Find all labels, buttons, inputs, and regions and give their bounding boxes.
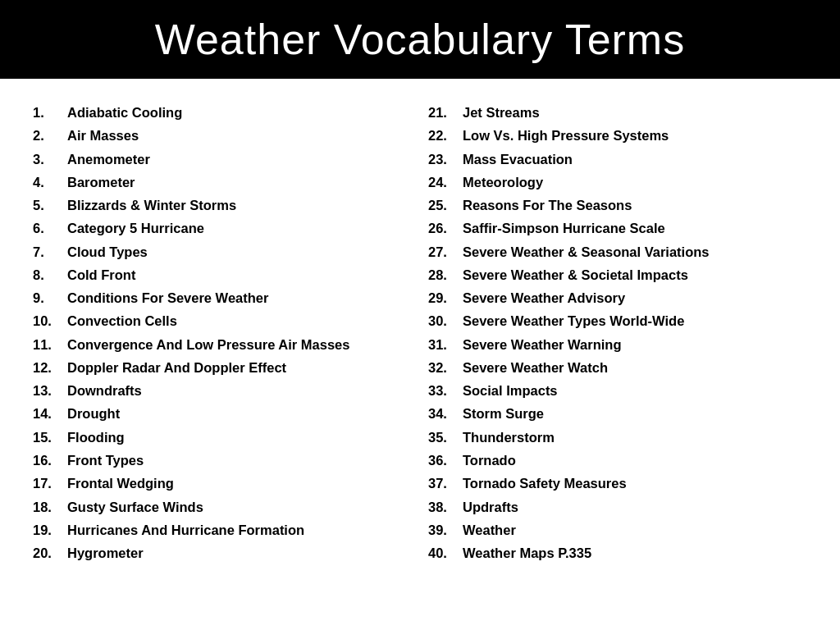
item-text: Severe Weather Watch	[463, 358, 807, 377]
list-item: 22.Low Vs. High Pressure Systems	[428, 126, 807, 144]
item-text: Jet Streams	[463, 103, 807, 121]
right-column: 21.Jet Streams22.Low Vs. High Pressure S…	[428, 103, 807, 567]
item-text: Conditions For Severe Weather	[67, 289, 412, 307]
item-text: Storm Surge	[463, 404, 807, 422]
item-number: 5.	[33, 196, 67, 214]
item-number: 27.	[428, 243, 463, 261]
item-number: 14.	[33, 404, 67, 422]
item-text: Severe Weather Types World-Wide	[463, 312, 807, 330]
list-item: 23.Mass Evacuation	[428, 150, 807, 168]
page-header: Weather Vocabulary Terms	[0, 0, 840, 79]
item-text: Updrafts	[463, 498, 807, 516]
list-item: 17.Frontal Wedging	[33, 474, 412, 492]
item-text: Blizzards & Winter Storms	[67, 196, 412, 214]
item-text: Flooding	[67, 428, 412, 446]
item-number: 16.	[33, 451, 67, 469]
item-text: Barometer	[67, 173, 412, 191]
list-item: 19.Hurricanes And Hurricane Formation	[33, 521, 412, 539]
list-item: 18.Gusty Surface Winds	[33, 498, 412, 516]
item-number: 20.	[33, 544, 67, 562]
item-number: 9.	[33, 289, 67, 307]
item-number: 31.	[428, 336, 463, 354]
item-text: Anemometer	[67, 150, 412, 168]
list-item: 32.Severe Weather Watch	[428, 358, 807, 377]
item-number: 10.	[33, 312, 67, 330]
item-text: Weather	[463, 521, 807, 539]
list-item: 36.Tornado	[428, 451, 807, 469]
list-item: 16.Front Types	[33, 451, 412, 469]
item-number: 11.	[33, 336, 67, 354]
item-number: 33.	[428, 381, 463, 399]
item-text: Air Masses	[67, 126, 412, 144]
list-item: 35.Thunderstorm	[428, 428, 807, 446]
list-item: 30.Severe Weather Types World-Wide	[428, 312, 807, 330]
list-item: 20.Hygrometer	[33, 544, 412, 562]
list-item: 12.Doppler Radar And Doppler Effect	[33, 358, 412, 377]
item-number: 7.	[33, 243, 67, 261]
item-number: 6.	[33, 219, 67, 237]
item-number: 3.	[33, 150, 67, 168]
item-number: 1.	[33, 103, 67, 121]
list-item: 27.Severe Weather & Seasonal Variations	[428, 243, 807, 261]
item-text: Mass Evacuation	[463, 150, 807, 168]
item-text: Doppler Radar And Doppler Effect	[67, 358, 412, 377]
item-text: Reasons For The Seasons	[463, 196, 807, 214]
left-vocabulary-list: 1.Adiabatic Cooling2.Air Masses3.Anemome…	[33, 103, 412, 567]
item-number: 15.	[33, 428, 67, 446]
item-number: 30.	[428, 312, 463, 330]
list-item: 9.Conditions For Severe Weather	[33, 289, 412, 307]
item-number: 32.	[428, 358, 463, 377]
item-number: 21.	[428, 103, 463, 121]
list-item: 38.Updrafts	[428, 498, 807, 516]
item-text: Adiabatic Cooling	[67, 103, 412, 121]
item-text: Hurricanes And Hurricane Formation	[67, 521, 412, 539]
item-text: Severe Weather & Seasonal Variations	[463, 243, 807, 261]
list-item: 6.Category 5 Hurricane	[33, 219, 412, 237]
item-text: Cold Front	[67, 266, 412, 284]
list-item: 5.Blizzards & Winter Storms	[33, 196, 412, 214]
item-number: 29.	[428, 289, 463, 307]
item-number: 17.	[33, 474, 67, 492]
list-item: 11.Convergence And Low Pressure Air Mass…	[33, 336, 412, 354]
list-item: 31.Severe Weather Warning	[428, 336, 807, 354]
item-number: 25.	[428, 196, 463, 214]
item-text: Category 5 Hurricane	[67, 219, 412, 237]
item-text: Social Impacts	[463, 381, 807, 399]
list-item: 2.Air Masses	[33, 126, 412, 144]
left-column: 1.Adiabatic Cooling2.Air Masses3.Anemome…	[33, 103, 412, 567]
item-number: 39.	[428, 521, 463, 539]
item-number: 13.	[33, 381, 67, 399]
list-item: 21.Jet Streams	[428, 103, 807, 121]
page-title: Weather Vocabulary Terms	[25, 15, 815, 64]
item-text: Cloud Types	[67, 243, 412, 261]
item-number: 23.	[428, 150, 463, 168]
list-item: 15.Flooding	[33, 428, 412, 446]
list-item: 39.Weather	[428, 521, 807, 539]
list-item: 10.Convection Cells	[33, 312, 412, 330]
item-text: Severe Weather Advisory	[463, 289, 807, 307]
item-number: 26.	[428, 219, 463, 237]
item-number: 19.	[33, 521, 67, 539]
list-item: 28.Severe Weather & Societal Impacts	[428, 266, 807, 284]
item-text: Tornado	[463, 451, 807, 469]
list-item: 3.Anemometer	[33, 150, 412, 168]
item-text: Frontal Wedging	[67, 474, 412, 492]
list-item: 25.Reasons For The Seasons	[428, 196, 807, 214]
item-text: Thunderstorm	[463, 428, 807, 446]
item-text: Hygrometer	[67, 544, 412, 562]
list-item: 14.Drought	[33, 404, 412, 422]
list-item: 33.Social Impacts	[428, 381, 807, 399]
item-number: 34.	[428, 404, 463, 422]
content-area: 1.Adiabatic Cooling2.Air Masses3.Anemome…	[0, 95, 840, 575]
item-number: 38.	[428, 498, 463, 516]
item-number: 22.	[428, 126, 463, 144]
item-text: Gusty Surface Winds	[67, 498, 412, 516]
item-number: 28.	[428, 266, 463, 284]
item-text: Meteorology	[463, 173, 807, 191]
list-item: 24.Meteorology	[428, 173, 807, 191]
list-item: 37.Tornado Safety Measures	[428, 474, 807, 492]
item-text: Convection Cells	[67, 312, 412, 330]
item-text: Front Types	[67, 451, 412, 469]
item-number: 8.	[33, 266, 67, 284]
item-number: 12.	[33, 358, 67, 377]
